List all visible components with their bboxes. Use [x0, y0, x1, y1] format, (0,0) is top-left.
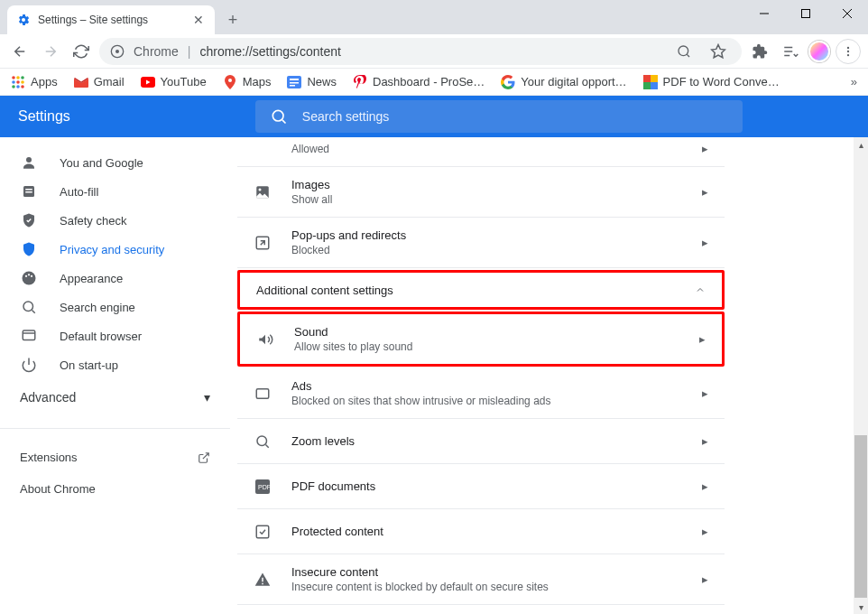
- extensions-icon[interactable]: [747, 39, 772, 64]
- warning-icon: [254, 572, 272, 588]
- maximize-button[interactable]: [785, 0, 826, 27]
- settings-main: Allowed ▸ ImagesShow all ▸ Pop-ups and r…: [230, 137, 868, 614]
- chevron-right-icon: ▸: [702, 479, 708, 493]
- autofill-icon: [20, 183, 38, 200]
- zoom-icon: [254, 433, 272, 450]
- svg-point-20: [12, 85, 15, 88]
- svg-point-18: [16, 80, 20, 84]
- svg-rect-28: [290, 85, 295, 87]
- svg-rect-27: [290, 82, 299, 84]
- svg-point-15: [16, 76, 20, 79]
- chevron-right-icon: ▸: [702, 572, 708, 586]
- image-icon: [254, 184, 272, 200]
- search-icon: [20, 299, 38, 315]
- svg-rect-26: [290, 79, 299, 80]
- forward-button[interactable]: [38, 39, 63, 64]
- svg-rect-31: [643, 82, 651, 89]
- bookmarks-overflow[interactable]: »: [851, 75, 857, 88]
- browser-tab[interactable]: Settings – Site settings ✕: [7, 5, 215, 34]
- chevron-up-icon: [695, 284, 706, 295]
- sidebar-safety-check[interactable]: Safety check: [0, 206, 230, 235]
- row-popups[interactable]: Pop-ups and redirectsBlocked ▸: [237, 218, 725, 268]
- close-tab-icon[interactable]: ✕: [191, 13, 206, 27]
- palette-icon: [20, 270, 38, 286]
- sidebar-on-startup[interactable]: On start-up: [0, 350, 230, 379]
- sidebar-about-chrome[interactable]: About Chrome: [0, 473, 230, 505]
- bookmark-gmail[interactable]: Gmail: [74, 75, 125, 89]
- close-window-button[interactable]: [826, 0, 868, 27]
- svg-point-22: [21, 85, 24, 88]
- search-settings-input[interactable]: [302, 109, 728, 124]
- search-settings-box[interactable]: [255, 100, 743, 133]
- bookmark-pdf[interactable]: PDF to Word Conve…: [643, 75, 780, 89]
- row-partial[interactable]: Allowed ▸: [237, 137, 725, 167]
- sidebar-advanced[interactable]: Advanced▾: [0, 379, 230, 415]
- profile-avatar[interactable]: [808, 41, 830, 62]
- row-zoom[interactable]: Zoom levels ▸: [237, 419, 725, 464]
- sidebar-default-browser[interactable]: Default browser: [0, 321, 230, 350]
- sidebar-autofill[interactable]: Auto-fill: [0, 177, 230, 206]
- chevron-right-icon: ▸: [702, 185, 708, 199]
- browser-icon: [20, 328, 38, 344]
- sidebar-search-engine[interactable]: Search engine: [0, 293, 230, 321]
- power-icon: [20, 357, 38, 373]
- svg-rect-54: [262, 582, 263, 584]
- scroll-down-icon[interactable]: ▾: [854, 600, 868, 614]
- svg-point-24: [228, 79, 232, 82]
- chrome-menu-icon[interactable]: [836, 39, 861, 64]
- svg-point-19: [21, 80, 24, 84]
- zoom-icon[interactable]: [671, 39, 697, 64]
- svg-point-42: [23, 302, 33, 312]
- bookmark-star-icon[interactable]: [706, 39, 731, 64]
- row-images[interactable]: ImagesShow all ▸: [237, 167, 725, 218]
- scroll-up-icon[interactable]: ▴: [854, 137, 868, 152]
- chevron-right-icon: ▸: [702, 236, 708, 249]
- shield-icon: [20, 241, 38, 257]
- pinterest-icon: [353, 75, 367, 89]
- pdf-icon: [643, 75, 658, 89]
- reload-button[interactable]: [69, 39, 94, 64]
- scroll-thumb[interactable]: [854, 435, 867, 598]
- bookmark-dashboard[interactable]: Dashboard - ProSe…: [353, 75, 485, 89]
- header-title: Settings: [18, 108, 70, 125]
- external-link-icon: [198, 451, 210, 464]
- scrollbar[interactable]: ▴ ▾: [854, 137, 868, 614]
- bookmark-maps[interactable]: Maps: [223, 75, 272, 89]
- svg-point-34: [26, 157, 32, 163]
- section-additional-content[interactable]: Additional content settings: [237, 270, 725, 310]
- apps-grid-icon: [11, 75, 25, 89]
- youtube-icon: [141, 75, 155, 89]
- sidebar-privacy-security[interactable]: Privacy and security: [0, 235, 230, 264]
- row-insecure[interactable]: Insecure contentInsecure content is bloc…: [237, 554, 725, 605]
- reading-list-icon[interactable]: [778, 39, 803, 64]
- chevron-right-icon: ▸: [702, 142, 708, 155]
- new-tab-button[interactable]: +: [220, 7, 245, 33]
- svg-point-16: [21, 76, 24, 79]
- row-ads[interactable]: AdsBlocked on sites that show intrusive …: [237, 368, 725, 419]
- omnibox-divider: |: [188, 44, 191, 59]
- chevron-down-icon: ▾: [204, 390, 210, 405]
- titlebar: Settings – Site settings ✕ +: [0, 0, 868, 34]
- row-protected[interactable]: Protected content ▸: [237, 509, 725, 554]
- protected-icon: [254, 524, 272, 540]
- sidebar-extensions[interactable]: Extensions: [0, 442, 230, 473]
- search-icon: [270, 107, 288, 126]
- sidebar-appearance[interactable]: Appearance: [0, 264, 230, 293]
- window-controls: [743, 0, 868, 27]
- bookmark-news[interactable]: News: [287, 75, 337, 89]
- bookmark-apps[interactable]: Apps: [11, 75, 58, 89]
- back-button[interactable]: [7, 39, 32, 64]
- svg-rect-48: [256, 388, 269, 398]
- bookmark-youtube[interactable]: YouTube: [141, 75, 207, 89]
- row-sound[interactable]: SoundAllow sites to play sound ▸: [237, 312, 725, 367]
- row-pdf[interactable]: PDF PDF documents ▸: [237, 464, 725, 509]
- svg-rect-32: [651, 82, 658, 89]
- minimize-button[interactable]: [743, 0, 785, 27]
- bookmark-digital[interactable]: Your digital opport…: [501, 75, 626, 89]
- sidebar-you-and-google[interactable]: You and Google: [0, 148, 230, 177]
- chevron-right-icon: ▸: [699, 332, 706, 346]
- address-bar[interactable]: Chrome | chrome://settings/content: [99, 38, 742, 65]
- svg-point-38: [23, 272, 36, 285]
- site-info-icon[interactable]: [110, 44, 125, 59]
- svg-point-14: [12, 76, 15, 79]
